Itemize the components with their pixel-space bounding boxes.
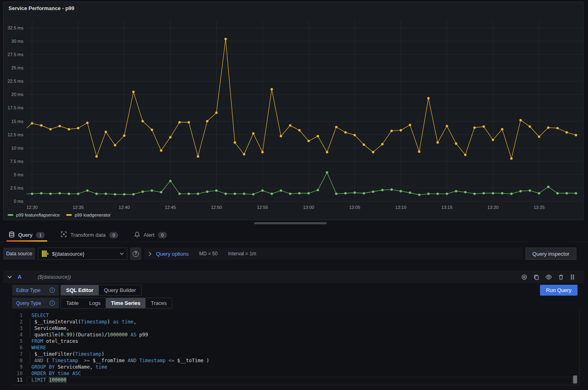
- tab-count-badge: 0: [109, 232, 118, 238]
- series-p99-loadgenerator: [22, 38, 578, 160]
- duplicate-query-icon[interactable]: [533, 274, 540, 280]
- sql-line-5[interactable]: 5FROM otel_traces: [12, 338, 579, 344]
- line-number: 2: [12, 319, 27, 325]
- tab-label: Query: [18, 232, 32, 238]
- sql-line-content: ServiceName,: [27, 325, 69, 332]
- tab-transform-data[interactable]: Transform data0: [60, 228, 119, 242]
- datasource-select[interactable]: ${datasource}: [38, 248, 127, 260]
- sql-line-3[interactable]: 3 ServiceName,: [12, 325, 579, 332]
- query-options-link[interactable]: Query options: [156, 251, 189, 257]
- collapse-chevron-icon[interactable]: [7, 275, 12, 279]
- y-axis-tick: 27.5 ms: [8, 52, 24, 57]
- sql-line-content: WHERE: [27, 344, 46, 351]
- timeseries-chart[interactable]: 0 ms2.5 ms5 ms7.5 ms10 ms12.5 ms15 ms17.…: [4, 2, 584, 221]
- sql-line-6[interactable]: 6WHERE: [12, 344, 579, 351]
- legend-item-p99-featureflagservice[interactable]: p99 featureflagservice: [8, 213, 60, 217]
- editor-scrollbar-thumb[interactable]: [573, 375, 577, 384]
- line-number: 4: [12, 332, 27, 338]
- chevron-right-icon: [148, 252, 151, 256]
- query-type-option-time-series[interactable]: Time Series: [106, 298, 146, 308]
- sql-line-content: FROM otel_traces: [27, 338, 78, 344]
- x-axis-tick: 12:35: [73, 205, 84, 210]
- line-number: 5: [12, 338, 27, 344]
- x-axis-tick: 12:50: [211, 205, 222, 210]
- legend-label: p99 featureflagservice: [16, 213, 60, 217]
- interval-value: Interval = 1m: [228, 251, 256, 257]
- y-axis-tick: 15 ms: [11, 119, 23, 124]
- y-axis-tick: 20 ms: [11, 92, 23, 97]
- query-inspector-button[interactable]: Query inspector: [525, 248, 576, 260]
- legend-label: p99 loadgenerator: [75, 213, 111, 217]
- query-type-group: TableLogsTime SeriesTraces: [60, 298, 172, 309]
- y-axis-tick: 32.5 ms: [8, 25, 24, 30]
- timeseries-panel: Service Performance - p99 0 ms2.5 ms5 ms…: [3, 2, 584, 220]
- chevron-down-icon: [120, 252, 124, 255]
- y-axis-tick: 0 ms: [14, 199, 23, 204]
- query-type-option-logs[interactable]: Logs: [84, 298, 106, 308]
- clickhouse-icon: [42, 250, 49, 257]
- query-type-option-table[interactable]: Table: [61, 298, 84, 308]
- transform-icon: [61, 231, 67, 238]
- query-options-bar[interactable]: Query options MD = 50 Interval = 1m: [144, 248, 523, 260]
- legend-item-p99-loadgenerator[interactable]: p99 loadgenerator: [66, 213, 111, 217]
- series-p99-featureflagservice: [22, 171, 578, 196]
- query-type-label: Query Type i: [12, 298, 59, 309]
- sql-line-10[interactable]: 10ORDER BY time ASC: [12, 370, 579, 377]
- sql-line-content: $__timeInterval(Timestamp) as time,: [27, 319, 136, 325]
- line-number: 8: [12, 357, 27, 364]
- x-axis-tick: 12:45: [165, 205, 176, 210]
- sql-code-lines: 1SELECT2 $__timeInterval(Timestamp) as t…: [12, 312, 579, 383]
- sql-line-content: ORDER BY time ASC: [27, 370, 81, 377]
- line-number: 9: [12, 364, 27, 370]
- sql-code-editor[interactable]: 1SELECT2 $__timeInterval(Timestamp) as t…: [12, 311, 580, 385]
- run-query-button[interactable]: Run Query: [540, 285, 578, 296]
- line-number: 7: [12, 351, 27, 357]
- sql-line-2[interactable]: 2 $__timeInterval(Timestamp) as time,: [12, 319, 579, 325]
- panel-resize-handle[interactable]: [254, 222, 327, 224]
- bell-icon: [134, 231, 140, 239]
- delete-query-icon[interactable]: [558, 274, 564, 280]
- sql-line-11[interactable]: 11LIMIT 100000: [12, 377, 579, 383]
- sql-line-1[interactable]: 1SELECT: [12, 312, 579, 319]
- query-ref-id: A: [18, 274, 21, 280]
- sql-line-content: SELECT: [27, 312, 49, 319]
- query-row-actions: [521, 274, 575, 280]
- line-number: 3: [12, 325, 27, 332]
- disable-query-icon[interactable]: [521, 274, 528, 280]
- line-number: 11: [12, 377, 27, 383]
- sql-line-8[interactable]: 8 AND ( Timestamp >= $__fromTime AND Tim…: [12, 357, 579, 364]
- sql-line-7[interactable]: 7 $__timeFilter(Timestamp): [12, 351, 579, 357]
- x-axis-tick: 13:00: [303, 205, 314, 210]
- info-icon[interactable]: i: [50, 300, 55, 306]
- sql-line-9[interactable]: 9GROUP BY ServiceName, time: [12, 364, 579, 370]
- sql-line-content: quantile(0.99)(Duration)/1000000 AS p99: [27, 332, 148, 338]
- y-axis-tick: 2.5 ms: [10, 186, 24, 190]
- x-axis-tick: 13:20: [488, 205, 499, 210]
- datasource-help-button[interactable]: ?: [130, 248, 141, 260]
- query-type-option-traces[interactable]: Traces: [146, 298, 172, 308]
- editor-type-label-text: Editor Type: [16, 288, 40, 293]
- y-axis-tick: 5 ms: [14, 172, 23, 177]
- x-axis-tick: 12:40: [119, 205, 130, 210]
- x-axis-tick: 13:10: [395, 205, 407, 210]
- line-number: 6: [12, 344, 27, 351]
- sql-line-4[interactable]: 4 quantile(0.99)(Duration)/1000000 AS p9…: [12, 332, 579, 338]
- hide-query-icon[interactable]: [545, 274, 552, 280]
- x-axis-tick: 13:05: [349, 205, 361, 210]
- tab-label: Alert: [144, 232, 154, 238]
- x-axis-tick: 12:55: [257, 205, 268, 210]
- query-type-label-text: Query Type: [16, 300, 41, 306]
- line-number: 10: [12, 370, 27, 377]
- database-icon: [9, 231, 15, 239]
- y-axis-tick: 12.5 ms: [8, 132, 24, 137]
- drag-query-handle-icon[interactable]: [570, 274, 575, 280]
- y-axis-tick: 10 ms: [11, 146, 23, 150]
- tab-query[interactable]: Query1: [8, 228, 46, 242]
- editor-type-option-sql-editor[interactable]: SQL Editor: [61, 285, 99, 295]
- editor-type-option-query-builder[interactable]: Query Builder: [99, 285, 141, 295]
- sql-line-content: $__timeFilter(Timestamp): [27, 351, 104, 357]
- query-row-header[interactable]: A (${datasource}): [3, 271, 584, 283]
- tab-alert[interactable]: Alert0: [133, 228, 168, 242]
- info-icon[interactable]: i: [50, 288, 55, 293]
- legend-swatch: [66, 214, 72, 216]
